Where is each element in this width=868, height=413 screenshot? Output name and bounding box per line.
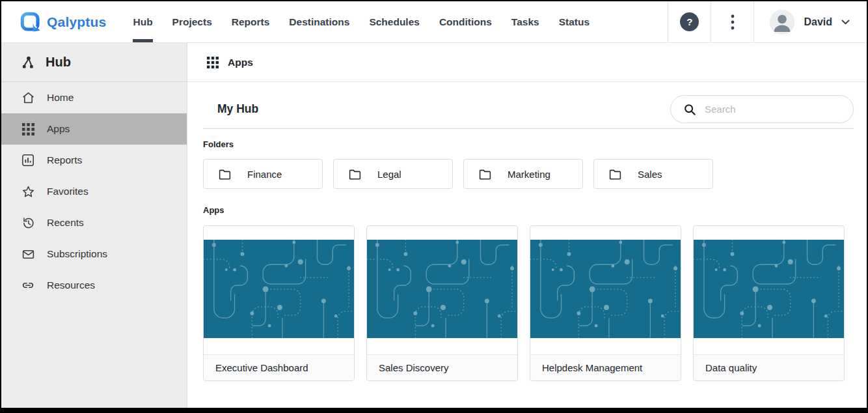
folder-icon — [478, 167, 492, 181]
nav-item-status[interactable]: Status — [549, 1, 599, 42]
logo-text: Qalyptus — [47, 14, 106, 30]
folder-card-marketing[interactable]: Marketing — [463, 159, 583, 189]
main-content: My Hub Folders — [187, 82, 867, 408]
qalyptus-logo[interactable]: Qalyptus — [1, 1, 113, 42]
apps-row: Executive Dashboard Sales Discovery Help… — [203, 225, 854, 381]
my-hub-row: My Hub — [203, 95, 854, 123]
folder-name: Legal — [377, 169, 401, 180]
sidebar-item-subscriptions[interactable]: Subscriptions — [1, 238, 187, 270]
link-icon — [21, 278, 35, 292]
my-hub-title: My Hub — [217, 102, 258, 116]
folder-card-sales[interactable]: Sales — [593, 159, 713, 189]
folder-icon — [218, 167, 232, 181]
nav-item-label: Conditions — [439, 16, 492, 28]
app-card-data-quality[interactable]: Data quality — [693, 225, 845, 381]
nav-item-conditions[interactable]: Conditions — [429, 1, 502, 42]
nav-item-projects[interactable]: Projects — [163, 1, 222, 42]
app-card-title: Helpdesk Management — [530, 354, 681, 380]
app-thumbnail-circuit-art — [694, 240, 844, 338]
app-card-title: Executive Dashboard — [204, 354, 354, 380]
sidebar-header-label: Hub — [46, 55, 71, 70]
folder-name: Marketing — [508, 169, 550, 180]
sidebar-item-label: Apps — [47, 123, 70, 135]
bar-chart-icon — [21, 153, 35, 167]
user-name: David — [804, 16, 832, 28]
apps-grid-icon — [21, 122, 35, 136]
sidebar-item-label: Subscriptions — [47, 248, 107, 260]
history-icon — [21, 216, 35, 230]
thumb-gap — [530, 338, 681, 354]
app-card-title: Data quality — [694, 354, 844, 380]
sidebar-item-favorites[interactable]: Favorites — [1, 176, 187, 207]
app-thumbnail-circuit-art — [204, 240, 354, 338]
main-header-title: Apps — [228, 57, 253, 68]
folders-section-label: Folders — [203, 139, 854, 149]
chevron-down-icon — [841, 20, 850, 25]
envelope-icon — [21, 247, 35, 261]
apps-section-label: Apps — [203, 205, 854, 215]
sidebar-item-label: Home — [47, 92, 74, 104]
app-card-title: Sales Discovery — [367, 354, 517, 380]
folder-card-finance[interactable]: Finance — [203, 159, 323, 189]
app-window: Qalyptus Hub Projects Reports Destinatio… — [0, 0, 868, 413]
sidebar-item-resources[interactable]: Resources — [1, 270, 187, 301]
nav-item-label: Schedules — [369, 16, 420, 28]
kebab-menu-icon — [731, 14, 735, 30]
sidebar-item-label: Recents — [47, 217, 84, 229]
app-thumbnail-circuit-art — [367, 240, 517, 338]
help-icon: ? — [680, 12, 699, 31]
app-card-helpdesk-management[interactable]: Helpdesk Management — [530, 225, 681, 381]
folder-name: Sales — [638, 169, 662, 180]
sidebar-item-reports[interactable]: Reports — [1, 145, 187, 176]
more-menu-button[interactable] — [711, 1, 753, 42]
top-navigation: Hub Projects Reports Destinations Schedu… — [123, 1, 599, 42]
top-bar: Qalyptus Hub Projects Reports Destinatio… — [1, 1, 867, 43]
sidebar-item-apps[interactable]: Apps — [1, 113, 187, 145]
sidebar-item-label: Favorites — [47, 186, 88, 197]
main-header: Apps — [187, 43, 867, 82]
folder-card-legal[interactable]: Legal — [333, 159, 453, 189]
sidebar: Hub Home Apps — [1, 43, 187, 408]
app-card-executive-dashboard[interactable]: Executive Dashboard — [203, 225, 355, 381]
folder-name: Finance — [247, 169, 282, 180]
nav-item-hub[interactable]: Hub — [123, 1, 162, 42]
nav-item-schedules[interactable]: Schedules — [359, 1, 429, 42]
divider — [203, 128, 854, 129]
nav-item-label: Status — [559, 16, 590, 28]
nav-item-label: Hub — [133, 16, 152, 28]
topbar-right-cluster: ? — [668, 1, 867, 42]
thumb-gap — [367, 338, 517, 354]
sidebar-item-label: Reports — [47, 154, 82, 166]
help-button[interactable]: ? — [668, 1, 711, 42]
sidebar-item-home[interactable]: Home — [1, 82, 187, 113]
user-menu[interactable]: David — [754, 1, 867, 42]
star-icon — [21, 184, 35, 199]
nav-item-label: Tasks — [511, 16, 539, 28]
folder-row: Finance Legal — [203, 159, 854, 189]
hub-network-icon — [21, 55, 35, 70]
nav-item-tasks[interactable]: Tasks — [502, 1, 549, 42]
main-panel: Apps My Hub F — [187, 43, 867, 408]
sidebar-item-recents[interactable]: Recents — [1, 207, 187, 238]
qalyptus-logo-icon — [20, 11, 42, 33]
nav-item-reports[interactable]: Reports — [222, 1, 280, 42]
nav-item-label: Destinations — [289, 16, 349, 28]
search-box[interactable] — [670, 95, 854, 123]
avatar — [770, 10, 794, 35]
folder-icon — [348, 167, 362, 181]
app-body: Hub Home Apps — [1, 43, 867, 408]
folder-icon — [608, 167, 622, 181]
sidebar-item-label: Resources — [47, 279, 95, 291]
app-card-sales-discovery[interactable]: Sales Discovery — [366, 225, 518, 381]
app-thumbnail-circuit-art — [530, 240, 681, 338]
apps-grid-icon — [207, 57, 219, 68]
search-input[interactable] — [705, 104, 835, 115]
thumb-gap — [204, 338, 354, 354]
sidebar-header-hub: Hub — [1, 43, 187, 82]
nav-item-label: Reports — [232, 16, 270, 28]
nav-item-destinations[interactable]: Destinations — [279, 1, 359, 42]
search-icon — [683, 103, 696, 116]
thumb-gap — [694, 338, 844, 354]
home-icon — [21, 91, 35, 105]
nav-item-label: Projects — [172, 16, 212, 28]
